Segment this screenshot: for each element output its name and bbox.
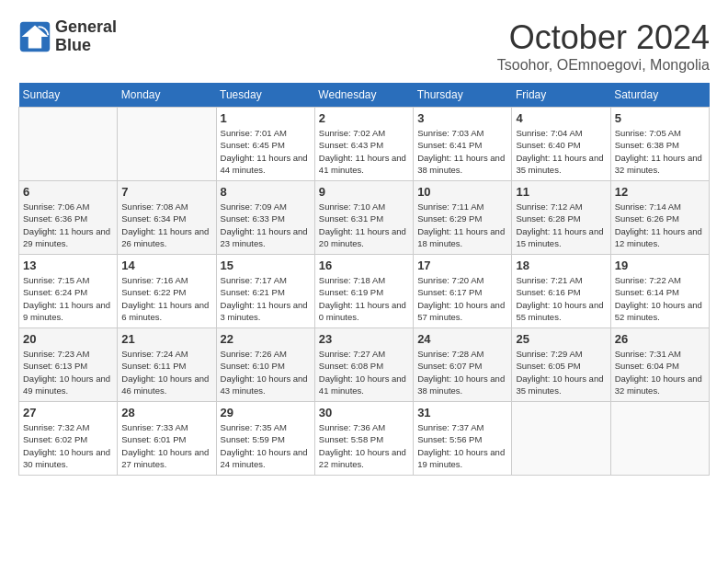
calendar-cell: 11Sunrise: 7:12 AMSunset: 6:28 PMDayligh… — [512, 181, 610, 255]
calendar-week-row: 27Sunrise: 7:32 AMSunset: 6:02 PMDayligh… — [19, 402, 710, 476]
day-number: 30 — [319, 406, 409, 419]
day-number: 24 — [417, 332, 507, 346]
calendar-week-row: 20Sunrise: 7:23 AMSunset: 6:13 PMDayligh… — [19, 328, 710, 402]
day-info: Sunrise: 7:35 AMSunset: 5:59 PMDaylight:… — [221, 421, 311, 470]
day-number: 9 — [319, 185, 409, 199]
page-header: General Blue October 2024 Tsoohor, OEmno… — [18, 18, 710, 74]
day-number: 6 — [23, 185, 113, 199]
day-number: 28 — [121, 406, 211, 419]
calendar-cell: 14Sunrise: 7:16 AMSunset: 6:22 PMDayligh… — [118, 255, 216, 328]
day-info: Sunrise: 7:33 AMSunset: 6:01 PMDaylight:… — [121, 421, 211, 470]
calendar-cell: 18Sunrise: 7:21 AMSunset: 6:16 PMDayligh… — [512, 255, 610, 328]
day-number: 22 — [221, 332, 311, 346]
day-number: 11 — [516, 185, 606, 199]
calendar-cell: 13Sunrise: 7:15 AMSunset: 6:24 PMDayligh… — [19, 255, 118, 328]
day-number: 27 — [23, 406, 113, 419]
day-info: Sunrise: 7:18 AMSunset: 6:19 PMDaylight:… — [319, 274, 409, 323]
calendar-cell: 1Sunrise: 7:01 AMSunset: 6:45 PMDaylight… — [216, 108, 314, 181]
day-number: 8 — [221, 185, 311, 199]
day-info: Sunrise: 7:22 AMSunset: 6:14 PMDaylight:… — [615, 274, 705, 323]
calendar-cell: 10Sunrise: 7:11 AMSunset: 6:29 PMDayligh… — [414, 181, 512, 255]
day-info: Sunrise: 7:21 AMSunset: 6:16 PMDaylight:… — [516, 274, 606, 323]
day-number: 2 — [319, 111, 409, 125]
calendar-cell — [512, 402, 610, 476]
day-info: Sunrise: 7:06 AMSunset: 6:36 PMDaylight:… — [23, 201, 113, 249]
day-number: 14 — [121, 259, 211, 272]
calendar-cell: 19Sunrise: 7:22 AMSunset: 6:14 PMDayligh… — [610, 255, 709, 328]
calendar-cell: 21Sunrise: 7:24 AMSunset: 6:11 PMDayligh… — [118, 328, 216, 402]
day-number: 26 — [615, 332, 705, 346]
day-info: Sunrise: 7:16 AMSunset: 6:22 PMDaylight:… — [121, 274, 211, 323]
day-info: Sunrise: 7:23 AMSunset: 6:13 PMDaylight:… — [23, 348, 113, 396]
day-info: Sunrise: 7:17 AMSunset: 6:21 PMDaylight:… — [221, 274, 311, 323]
day-info: Sunrise: 7:29 AMSunset: 6:05 PMDaylight:… — [516, 348, 606, 396]
month-title: October 2024 — [497, 18, 710, 57]
calendar-cell: 23Sunrise: 7:27 AMSunset: 6:08 PMDayligh… — [314, 328, 413, 402]
day-number: 4 — [516, 111, 606, 125]
day-number: 21 — [121, 332, 211, 346]
calendar-week-row: 1Sunrise: 7:01 AMSunset: 6:45 PMDaylight… — [19, 108, 710, 181]
location: Tsoohor, OEmnoegovi, Mongolia — [497, 57, 710, 74]
weekday-header: Friday — [512, 83, 610, 108]
logo-icon — [18, 20, 51, 53]
day-number: 13 — [23, 259, 113, 272]
day-info: Sunrise: 7:27 AMSunset: 6:08 PMDaylight:… — [319, 348, 409, 396]
calendar-cell: 5Sunrise: 7:05 AMSunset: 6:38 PMDaylight… — [610, 108, 709, 181]
calendar-cell — [610, 402, 709, 476]
day-info: Sunrise: 7:11 AMSunset: 6:29 PMDaylight:… — [417, 201, 507, 249]
calendar-cell: 26Sunrise: 7:31 AMSunset: 6:04 PMDayligh… — [610, 328, 709, 402]
day-info: Sunrise: 7:01 AMSunset: 6:45 PMDaylight:… — [221, 127, 311, 176]
weekday-header: Saturday — [610, 83, 709, 108]
calendar-cell: 4Sunrise: 7:04 AMSunset: 6:40 PMDaylight… — [512, 108, 610, 181]
day-number: 19 — [615, 259, 705, 272]
calendar-cell: 8Sunrise: 7:09 AMSunset: 6:33 PMDaylight… — [216, 181, 314, 255]
day-info: Sunrise: 7:31 AMSunset: 6:04 PMDaylight:… — [615, 348, 705, 396]
day-info: Sunrise: 7:24 AMSunset: 6:11 PMDaylight:… — [121, 348, 211, 396]
day-number: 12 — [615, 185, 705, 199]
calendar-cell: 31Sunrise: 7:37 AMSunset: 5:56 PMDayligh… — [414, 402, 512, 476]
day-number: 1 — [221, 111, 311, 125]
day-info: Sunrise: 7:08 AMSunset: 6:34 PMDaylight:… — [121, 201, 211, 249]
day-number: 18 — [516, 259, 606, 272]
day-info: Sunrise: 7:04 AMSunset: 6:40 PMDaylight:… — [516, 127, 606, 176]
day-info: Sunrise: 7:28 AMSunset: 6:07 PMDaylight:… — [417, 348, 507, 396]
day-info: Sunrise: 7:05 AMSunset: 6:38 PMDaylight:… — [615, 127, 705, 176]
day-number: 16 — [319, 259, 409, 272]
day-info: Sunrise: 7:15 AMSunset: 6:24 PMDaylight:… — [23, 274, 113, 323]
calendar-cell: 24Sunrise: 7:28 AMSunset: 6:07 PMDayligh… — [414, 328, 512, 402]
day-info: Sunrise: 7:03 AMSunset: 6:41 PMDaylight:… — [417, 127, 507, 176]
calendar-cell: 22Sunrise: 7:26 AMSunset: 6:10 PMDayligh… — [216, 328, 314, 402]
calendar-cell: 30Sunrise: 7:36 AMSunset: 5:58 PMDayligh… — [314, 402, 413, 476]
calendar-cell: 6Sunrise: 7:06 AMSunset: 6:36 PMDaylight… — [19, 181, 118, 255]
weekday-header: Wednesday — [314, 83, 413, 108]
day-info: Sunrise: 7:14 AMSunset: 6:26 PMDaylight:… — [615, 201, 705, 249]
calendar-cell: 16Sunrise: 7:18 AMSunset: 6:19 PMDayligh… — [314, 255, 413, 328]
day-number: 15 — [221, 259, 311, 272]
day-number: 29 — [221, 406, 311, 419]
calendar-cell: 17Sunrise: 7:20 AMSunset: 6:17 PMDayligh… — [414, 255, 512, 328]
day-number: 17 — [417, 259, 507, 272]
calendar-cell: 29Sunrise: 7:35 AMSunset: 5:59 PMDayligh… — [216, 402, 314, 476]
logo: General Blue — [18, 18, 117, 55]
day-info: Sunrise: 7:20 AMSunset: 6:17 PMDaylight:… — [417, 274, 507, 323]
day-number: 5 — [615, 111, 705, 125]
day-info: Sunrise: 7:36 AMSunset: 5:58 PMDaylight:… — [319, 421, 409, 470]
calendar-table: SundayMondayTuesdayWednesdayThursdayFrid… — [18, 83, 710, 476]
calendar-cell: 20Sunrise: 7:23 AMSunset: 6:13 PMDayligh… — [19, 328, 118, 402]
calendar-cell — [118, 108, 216, 181]
day-info: Sunrise: 7:32 AMSunset: 6:02 PMDaylight:… — [23, 421, 113, 470]
weekday-header: Tuesday — [216, 83, 314, 108]
day-number: 20 — [23, 332, 113, 346]
day-info: Sunrise: 7:02 AMSunset: 6:43 PMDaylight:… — [319, 127, 409, 176]
calendar-week-row: 13Sunrise: 7:15 AMSunset: 6:24 PMDayligh… — [19, 255, 710, 328]
day-number: 31 — [417, 406, 507, 419]
calendar-week-row: 6Sunrise: 7:06 AMSunset: 6:36 PMDaylight… — [19, 181, 710, 255]
weekday-header: Monday — [118, 83, 216, 108]
calendar-cell: 25Sunrise: 7:29 AMSunset: 6:05 PMDayligh… — [512, 328, 610, 402]
calendar-cell: 7Sunrise: 7:08 AMSunset: 6:34 PMDaylight… — [118, 181, 216, 255]
calendar-cell: 2Sunrise: 7:02 AMSunset: 6:43 PMDaylight… — [314, 108, 413, 181]
day-info: Sunrise: 7:10 AMSunset: 6:31 PMDaylight:… — [319, 201, 409, 249]
calendar-cell: 12Sunrise: 7:14 AMSunset: 6:26 PMDayligh… — [610, 181, 709, 255]
weekday-header-row: SundayMondayTuesdayWednesdayThursdayFrid… — [19, 83, 710, 108]
calendar-cell: 27Sunrise: 7:32 AMSunset: 6:02 PMDayligh… — [19, 402, 118, 476]
